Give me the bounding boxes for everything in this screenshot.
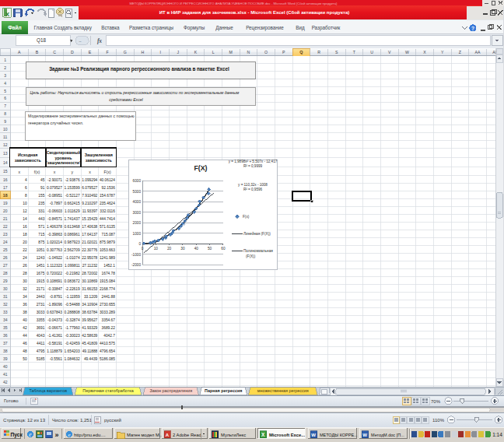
svg-text:875: 875: [38, 240, 44, 244]
svg-text:зависимость: зависимость: [86, 158, 113, 163]
svg-text:U: U: [370, 50, 373, 54]
svg-text:Y: Y: [441, 50, 444, 54]
svg-text:1.153599: 1.153599: [65, 186, 80, 190]
svg-text:11.93397: 11.93397: [82, 209, 98, 213]
svg-text:70%: 70%: [431, 399, 441, 404]
svg-text:4042.7: 4042.7: [103, 334, 115, 338]
svg-text:F(X): F(X): [194, 164, 207, 172]
svg-text:11: 11: [3, 135, 7, 139]
svg-text:30: 30: [180, 247, 185, 251]
svg-text:2000: 2000: [133, 221, 142, 225]
svg-text:МультиЛекс: МультиЛекс: [221, 433, 246, 437]
svg-text:МЕТОДЫ КОРРЕЛЯЦИОННОГО И РЕГРЕ: МЕТОДЫ КОРРЕЛЯЦИОННОГО И РЕГРЕССИОННОГО …: [130, 2, 338, 5]
svg-text:x: x: [54, 170, 56, 174]
svg-text:24: 24: [3, 240, 8, 244]
svg-text:4043: 4043: [37, 334, 45, 338]
svg-text:3000: 3000: [133, 211, 142, 215]
svg-text:Моделирование экспериментальн: Моделирование экспериментальных данных с…: [28, 114, 135, 118]
svg-text:A: A: [18, 50, 21, 54]
svg-text:МетодМ.doc [П...: МетодМ.doc [П...: [371, 433, 404, 437]
svg-text:(F(X)): (F(X)): [246, 254, 256, 258]
svg-text:91: 91: [40, 186, 45, 190]
svg-text:444.7414: 444.7414: [100, 217, 115, 221]
svg-text:Q: Q: [299, 50, 303, 54]
svg-text:Пуск: Пуск: [11, 432, 23, 438]
svg-text:20: 20: [23, 240, 27, 244]
svg-text:6000: 6000: [133, 179, 142, 183]
svg-text:4410.575: 4410.575: [100, 342, 115, 346]
svg-text:1051: 1051: [37, 248, 45, 252]
svg-text:32: 32: [23, 287, 27, 291]
svg-text:-1.04922: -1.04922: [47, 256, 62, 260]
svg-text:33: 33: [3, 310, 8, 314]
svg-text:5: 5: [4, 89, 6, 93]
svg-text:1.099811: 1.099811: [65, 264, 80, 268]
svg-text:92.1536: 92.1536: [102, 186, 116, 190]
svg-text:"зашумленности": "зашумленности": [45, 160, 82, 165]
svg-text:Готово: Готово: [4, 398, 19, 403]
svg-text:9: 9: [4, 119, 6, 124]
svg-text:X: X: [5, 11, 10, 18]
svg-text:34: 34: [23, 295, 27, 299]
svg-text:30: 30: [23, 279, 27, 283]
svg-text:45: 45: [40, 178, 45, 182]
svg-text:2: 2: [4, 65, 6, 70]
svg-text:Полиномиальная: Полиномиальная: [243, 249, 273, 253]
svg-text:Разметка страницы: Разметка страницы: [129, 25, 174, 31]
svg-text:0.307763: 0.307763: [47, 248, 62, 252]
svg-text:13: 13: [3, 151, 8, 156]
svg-text:Q18: Q18: [37, 37, 46, 44]
svg-text:24: 24: [23, 256, 27, 260]
svg-text:4000: 4000: [133, 200, 142, 204]
svg-text:40.06124: 40.06124: [100, 178, 115, 182]
svg-text:571.6135: 571.6135: [100, 225, 115, 229]
svg-text:38.63784: 38.63784: [82, 310, 97, 314]
svg-text:-1.01074: -1.01074: [65, 256, 80, 260]
svg-text:235: 235: [38, 202, 44, 205]
svg-text:0.987923: 0.987923: [65, 240, 80, 244]
svg-text:49.4439: 49.4439: [84, 357, 98, 361]
svg-text:-0.06603: -0.06603: [47, 209, 62, 213]
svg-text:F(x): F(x): [104, 170, 111, 174]
svg-text:0.086961: 0.086961: [65, 233, 80, 237]
svg-text:1:14: 1:14: [492, 432, 502, 437]
svg-text:50: 50: [23, 357, 27, 361]
svg-text:-0.42459: -0.42459: [65, 342, 80, 346]
svg-text:41.93329: 41.93329: [82, 326, 97, 330]
svg-text:F(x): F(x): [243, 215, 250, 219]
svg-text:R: R: [317, 50, 320, 54]
svg-text:332.0116: 332.0116: [100, 209, 115, 213]
svg-text:34.10904: 34.10904: [82, 303, 97, 307]
svg-text:Данные: Данные: [215, 25, 233, 31]
svg-text:22.95078: 22.95078: [82, 256, 97, 260]
svg-text:I: I: [159, 50, 160, 54]
svg-text:Создать вкладку: Создать вкладку: [54, 25, 93, 31]
svg-text:Закон распределения: Закон распределения: [149, 388, 192, 393]
svg-text:-0.04373: -0.04373: [47, 318, 62, 322]
svg-text:W: W: [362, 433, 367, 437]
svg-text:1: 1: [4, 58, 6, 62]
svg-text:1451: 1451: [37, 264, 45, 268]
svg-text:22.30776: 22.30776: [82, 248, 97, 252]
svg-text:21.02021: 21.02021: [82, 240, 97, 244]
svg-text:32: 32: [3, 302, 8, 307]
svg-text:29: 29: [3, 279, 8, 283]
svg-text:1675: 1675: [37, 272, 45, 275]
svg-text:331: 331: [38, 209, 44, 213]
svg-text:F: F: [107, 50, 109, 54]
svg-text:-0.33847: -0.33847: [47, 287, 62, 291]
svg-text:40: 40: [194, 247, 199, 251]
svg-text:3033: 3033: [37, 310, 45, 314]
svg-text:C: C: [53, 50, 56, 54]
svg-text:10: 10: [3, 127, 8, 132]
svg-text:множественная регрессия: множественная регрессия: [257, 388, 309, 393]
svg-text:Исходная: Исходная: [18, 153, 37, 157]
svg-text:1.099294: 1.099294: [82, 178, 97, 182]
svg-text:Смоделированный: Смоделированный: [47, 150, 80, 155]
svg-text:35: 35: [3, 325, 8, 330]
svg-text:-0.84571: -0.84571: [47, 217, 62, 221]
svg-text:E: E: [89, 50, 92, 54]
svg-text:1.118879: 1.118879: [47, 349, 62, 353]
svg-text:715: 715: [38, 233, 44, 237]
svg-text:42: 42: [3, 380, 8, 384]
